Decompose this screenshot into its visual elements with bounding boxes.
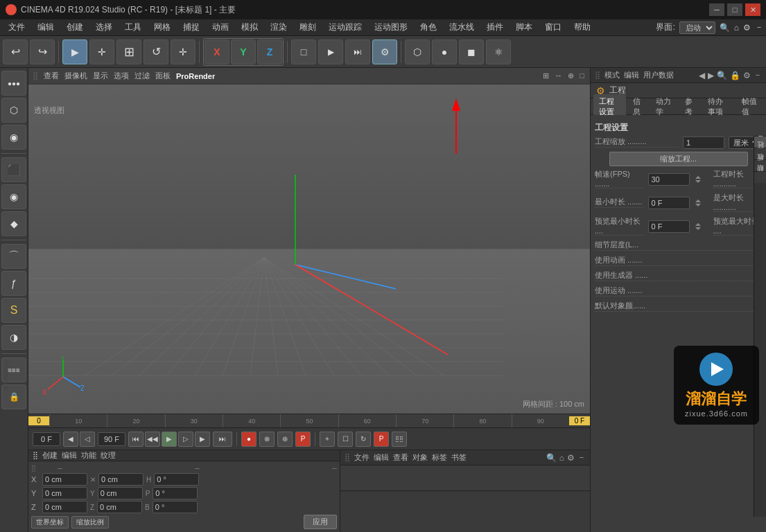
transform-tool-button[interactable]: ✛: [171, 39, 195, 64]
props-prevmin-input[interactable]: [648, 220, 690, 233]
vp-menu-prorender[interactable]: ProRender: [176, 72, 215, 80]
far-right-tab-login[interactable]: 登录: [754, 136, 767, 148]
coord-x-rot-input[interactable]: [154, 473, 199, 486]
coord-x-pos-input[interactable]: [42, 473, 87, 486]
props-menu-userdata[interactable]: 用户数据: [643, 70, 674, 80]
bl-menu-create-label[interactable]: 创建: [42, 450, 58, 461]
coord-z-scale-input[interactable]: [97, 501, 142, 513]
interface-select[interactable]: 启动: [679, 21, 715, 34]
props-search-icon[interactable]: 🔍: [717, 71, 727, 80]
keyframe-mode-btn-3[interactable]: ↻: [356, 432, 371, 447]
select-tool-button[interactable]: ▶: [62, 39, 87, 64]
obj-menu-edit[interactable]: 编辑: [374, 452, 389, 463]
coord-z-rot-input[interactable]: [153, 501, 198, 513]
bl-menu-function[interactable]: 功能: [81, 450, 96, 461]
minus-icon[interactable]: －: [755, 21, 763, 33]
close-button[interactable]: ✕: [745, 3, 760, 16]
props-back-icon[interactable]: ◀: [699, 71, 705, 80]
props-menu-edit[interactable]: 编辑: [624, 70, 639, 80]
step-back-btn[interactable]: ◁: [80, 432, 95, 447]
sidebar-s-btn[interactable]: S: [1, 298, 26, 323]
texture-button[interactable]: ◼: [459, 39, 484, 64]
vp-icon-plus[interactable]: ⊕: [566, 71, 575, 80]
vp-menu-display[interactable]: 显示: [93, 71, 108, 81]
props-scale-project-btn[interactable]: 缩放工程...: [609, 152, 748, 166]
menu-create[interactable]: 创建: [61, 20, 89, 35]
sidebar-spline-btn[interactable]: ƒ: [1, 271, 26, 296]
sidebar-sphere-btn[interactable]: ◉: [1, 184, 26, 209]
skip-end-btn[interactable]: ⏭: [213, 432, 232, 447]
keyframe-mode-btn-5[interactable]: ⣿⣿: [392, 432, 407, 447]
skip-start-btn[interactable]: ⏮: [128, 432, 143, 447]
keyframe-mode-btn-2[interactable]: ☐: [338, 432, 353, 447]
coord-x-scale-input[interactable]: [98, 473, 143, 486]
far-right-tab-community[interactable]: 社区: [754, 148, 767, 159]
viewport-canvas[interactable]: 透视视图 Y Z X 网格间距 : 100 cm: [28, 85, 590, 414]
obj-home-icon[interactable]: ⌂: [559, 453, 564, 463]
y-axis-button[interactable]: Y: [231, 39, 256, 64]
world-coords-btn[interactable]: 世界坐标: [31, 516, 69, 529]
keyframe-mode-btn-1[interactable]: +: [320, 432, 335, 447]
vp-menu-filter[interactable]: 过滤: [134, 71, 150, 81]
frame-end-input[interactable]: [98, 432, 125, 446]
menu-mesh[interactable]: 网格: [148, 20, 176, 35]
props-fps-input[interactable]: [648, 173, 690, 186]
play-button[interactable]: ▶: [318, 39, 343, 64]
coord-y-scale-input[interactable]: [98, 487, 143, 499]
sidebar-mode-btn-3[interactable]: ◉: [1, 125, 26, 150]
record-btn[interactable]: P: [295, 432, 311, 447]
props-mintime-input[interactable]: [648, 197, 690, 209]
undo-button[interactable]: ↩: [3, 39, 28, 64]
menu-mograph[interactable]: 运动图形: [369, 20, 413, 35]
obj-search-icon[interactable]: 🔍: [546, 453, 557, 463]
keyframe-mode-btn-4[interactable]: P: [374, 432, 389, 447]
render-button[interactable]: ⚙: [372, 39, 397, 64]
play-btn[interactable]: ▶: [162, 432, 177, 447]
coord-z-pos-input[interactable]: [42, 501, 87, 513]
bl-menu-edit[interactable]: 编辑: [62, 450, 77, 461]
sidebar-cube-btn[interactable]: ⬛: [1, 157, 26, 182]
menu-pipeline[interactable]: 流水线: [444, 20, 480, 35]
menu-edit[interactable]: 编辑: [32, 20, 60, 35]
prev-frame-btn[interactable]: ◀: [63, 432, 78, 447]
move-tool-button[interactable]: ✛: [89, 39, 114, 64]
props-fps-spinner[interactable]: [694, 175, 702, 184]
keyframe-del-btn[interactable]: ⊗: [259, 432, 275, 447]
frame-start-input[interactable]: [33, 432, 60, 446]
minimize-button[interactable]: ─: [709, 3, 724, 16]
obj-minus-icon[interactable]: －: [577, 452, 586, 463]
props-scale-input[interactable]: [683, 136, 724, 149]
sidebar-deform-btn[interactable]: ⌒: [1, 244, 26, 269]
object-button[interactable]: □: [291, 39, 316, 64]
menu-simulate[interactable]: 模拟: [236, 20, 263, 35]
next-frame-btn[interactable]: ▶: [195, 432, 210, 447]
vp-menu-panel[interactable]: 面板: [155, 71, 171, 81]
menu-render[interactable]: 渲染: [265, 20, 293, 35]
sidebar-mode-btn-1[interactable]: ●●●: [1, 71, 26, 96]
menu-motion-track[interactable]: 运动跟踪: [323, 20, 367, 35]
menu-window[interactable]: 窗口: [539, 20, 567, 35]
vp-icon-maximize[interactable]: □: [578, 71, 586, 80]
search-icon[interactable]: 🔍: [720, 23, 730, 33]
obj-menu-view[interactable]: 查看: [393, 452, 408, 463]
coord-y-pos-input[interactable]: [42, 487, 87, 499]
viewport-container[interactable]: ⣿ 查看 摄像机 显示 选项 过滤 面板 ProRender ⊞ ↔ ⊕ □: [28, 68, 590, 414]
rotate-tool-button[interactable]: ↺: [143, 39, 168, 64]
material-button[interactable]: ●: [432, 39, 457, 64]
home-icon[interactable]: ⌂: [734, 23, 739, 33]
props-settings-icon[interactable]: ⚙: [743, 71, 751, 80]
redo-button[interactable]: ↪: [30, 39, 55, 64]
menu-select[interactable]: 选择: [90, 20, 118, 35]
far-right-tab-help[interactable]: 帮助: [754, 171, 767, 183]
obj-menu-tag[interactable]: 标签: [432, 452, 447, 463]
sidebar-obj3-btn[interactable]: ◆: [1, 211, 26, 236]
coord-y-rot-input[interactable]: [153, 487, 198, 499]
obj-menu-file[interactable]: 文件: [354, 452, 369, 463]
menu-snap[interactable]: 捕捉: [177, 20, 205, 35]
x-axis-button[interactable]: X: [204, 39, 229, 64]
menu-character[interactable]: 角色: [415, 20, 442, 35]
vp-menu-view[interactable]: 查看: [44, 71, 59, 81]
object-coords-btn[interactable]: 缩放比例: [71, 516, 109, 529]
menu-tools[interactable]: 工具: [119, 20, 147, 35]
menu-file[interactable]: 文件: [3, 20, 31, 35]
